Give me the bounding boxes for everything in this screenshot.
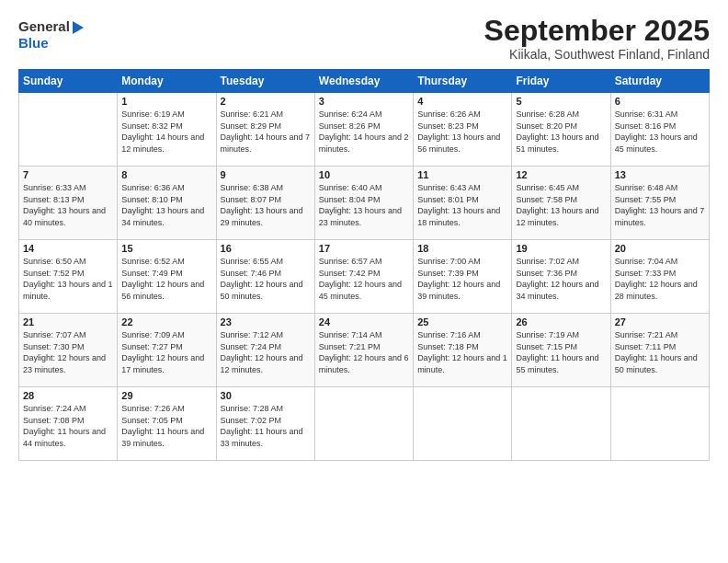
calendar-cell: 13Sunrise: 6:48 AM Sunset: 7:55 PM Dayli… [610,167,709,240]
day-content: Sunrise: 7:16 AM Sunset: 7:18 PM Dayligh… [417,329,507,375]
col-friday: Friday [512,70,610,93]
day-number: 6 [615,96,705,107]
day-content: Sunrise: 6:55 AM Sunset: 7:46 PM Dayligh… [221,256,311,302]
day-content: Sunrise: 7:07 AM Sunset: 7:30 PM Dayligh… [23,329,113,375]
logo-display: General Blue [18,18,84,51]
calendar-cell: 4Sunrise: 6:26 AM Sunset: 8:23 PM Daylig… [414,93,512,167]
calendar-cell: 17Sunrise: 6:57 AM Sunset: 7:42 PM Dayli… [314,240,413,314]
day-content: Sunrise: 6:52 AM Sunset: 7:49 PM Dayligh… [121,256,211,302]
day-number: 25 [417,316,507,327]
day-content: Sunrise: 6:36 AM Sunset: 8:10 PM Dayligh… [121,182,211,228]
day-content: Sunrise: 6:21 AM Sunset: 8:29 PM Dayligh… [221,109,311,155]
day-number: 28 [23,390,113,401]
day-number: 2 [221,96,311,107]
calendar-cell: 14Sunrise: 6:50 AM Sunset: 7:52 PM Dayli… [19,240,118,314]
col-sunday: Sunday [19,70,118,93]
day-number: 21 [23,316,113,327]
day-number: 15 [121,243,211,254]
header-row: Sunday Monday Tuesday Wednesday Thursday… [19,70,710,93]
calendar-cell: 21Sunrise: 7:07 AM Sunset: 7:30 PM Dayli… [19,314,118,387]
calendar-cell: 24Sunrise: 7:14 AM Sunset: 7:21 PM Dayli… [314,314,413,387]
logo-arrow-icon [73,21,84,34]
day-content: Sunrise: 7:02 AM Sunset: 7:36 PM Dayligh… [516,256,606,302]
day-content: Sunrise: 6:45 AM Sunset: 7:58 PM Dayligh… [516,182,606,228]
calendar-header: Sunday Monday Tuesday Wednesday Thursday… [19,70,710,93]
day-number: 23 [221,316,311,327]
calendar-cell: 16Sunrise: 6:55 AM Sunset: 7:46 PM Dayli… [216,240,314,314]
day-number: 11 [417,169,507,180]
calendar-cell [414,387,512,461]
day-content: Sunrise: 6:24 AM Sunset: 8:26 PM Dayligh… [319,109,409,155]
day-content: Sunrise: 6:19 AM Sunset: 8:32 PM Dayligh… [121,109,211,155]
day-number: 7 [23,169,113,180]
day-content: Sunrise: 6:33 AM Sunset: 8:13 PM Dayligh… [23,182,113,228]
day-number: 1 [121,96,211,107]
month-title: September 2025 [484,15,710,47]
day-content: Sunrise: 6:40 AM Sunset: 8:04 PM Dayligh… [319,182,409,228]
calendar-cell [512,387,610,461]
calendar-week-4: 21Sunrise: 7:07 AM Sunset: 7:30 PM Dayli… [19,314,710,387]
calendar-cell: 29Sunrise: 7:26 AM Sunset: 7:05 PM Dayli… [118,387,216,461]
col-saturday: Saturday [610,70,709,93]
day-number: 20 [615,243,705,254]
logo: General Blue [18,18,84,51]
calendar-cell: 19Sunrise: 7:02 AM Sunset: 7:36 PM Dayli… [512,240,610,314]
day-number: 13 [615,169,705,180]
calendar-week-5: 28Sunrise: 7:24 AM Sunset: 7:08 PM Dayli… [19,387,710,461]
day-number: 17 [319,243,409,254]
location: Kiikala, Southwest Finland, Finland [484,47,710,62]
calendar-cell: 6Sunrise: 6:31 AM Sunset: 8:16 PM Daylig… [610,93,709,167]
day-content: Sunrise: 6:28 AM Sunset: 8:20 PM Dayligh… [516,109,606,155]
calendar-week-2: 7Sunrise: 6:33 AM Sunset: 8:13 PM Daylig… [19,167,710,240]
calendar-cell: 27Sunrise: 7:21 AM Sunset: 7:11 PM Dayli… [610,314,709,387]
calendar-cell: 5Sunrise: 6:28 AM Sunset: 8:20 PM Daylig… [512,93,610,167]
day-number: 9 [221,169,311,180]
calendar-cell [19,93,118,167]
day-content: Sunrise: 6:57 AM Sunset: 7:42 PM Dayligh… [319,256,409,302]
calendar-week-3: 14Sunrise: 6:50 AM Sunset: 7:52 PM Dayli… [19,240,710,314]
day-content: Sunrise: 7:14 AM Sunset: 7:21 PM Dayligh… [319,329,409,375]
col-thursday: Thursday [414,70,512,93]
day-content: Sunrise: 6:43 AM Sunset: 8:01 PM Dayligh… [417,182,507,228]
logo-general: General [18,18,70,34]
calendar-cell: 23Sunrise: 7:12 AM Sunset: 7:24 PM Dayli… [216,314,314,387]
day-number: 24 [319,316,409,327]
day-number: 26 [516,316,606,327]
calendar-body: 1Sunrise: 6:19 AM Sunset: 8:32 PM Daylig… [19,93,710,461]
day-number: 5 [516,96,606,107]
col-monday: Monday [118,70,216,93]
day-number: 27 [615,316,705,327]
day-number: 8 [121,169,211,180]
col-tuesday: Tuesday [216,70,314,93]
day-number: 16 [221,243,311,254]
calendar-cell: 30Sunrise: 7:28 AM Sunset: 7:02 PM Dayli… [216,387,314,461]
title-block: September 2025 Kiikala, Southwest Finlan… [484,15,710,62]
day-content: Sunrise: 6:50 AM Sunset: 7:52 PM Dayligh… [23,256,113,302]
day-number: 29 [121,390,211,401]
logo-blue: Blue [18,35,49,51]
calendar-cell: 10Sunrise: 6:40 AM Sunset: 8:04 PM Dayli… [314,167,413,240]
day-content: Sunrise: 6:31 AM Sunset: 8:16 PM Dayligh… [615,109,705,155]
header: General Blue September 2025 Kiikala, Sou… [18,15,710,62]
calendar-cell: 2Sunrise: 6:21 AM Sunset: 8:29 PM Daylig… [216,93,314,167]
day-content: Sunrise: 7:00 AM Sunset: 7:39 PM Dayligh… [417,256,507,302]
calendar-cell: 7Sunrise: 6:33 AM Sunset: 8:13 PM Daylig… [19,167,118,240]
day-content: Sunrise: 7:09 AM Sunset: 7:27 PM Dayligh… [121,329,211,375]
day-content: Sunrise: 7:28 AM Sunset: 7:02 PM Dayligh… [221,403,311,449]
day-content: Sunrise: 6:38 AM Sunset: 8:07 PM Dayligh… [221,182,311,228]
calendar-week-1: 1Sunrise: 6:19 AM Sunset: 8:32 PM Daylig… [19,93,710,167]
day-number: 3 [319,96,409,107]
calendar-cell: 12Sunrise: 6:45 AM Sunset: 7:58 PM Dayli… [512,167,610,240]
calendar-cell: 15Sunrise: 6:52 AM Sunset: 7:49 PM Dayli… [118,240,216,314]
calendar-cell: 18Sunrise: 7:00 AM Sunset: 7:39 PM Dayli… [414,240,512,314]
calendar-cell: 26Sunrise: 7:19 AM Sunset: 7:15 PM Dayli… [512,314,610,387]
calendar-cell: 20Sunrise: 7:04 AM Sunset: 7:33 PM Dayli… [610,240,709,314]
day-number: 10 [319,169,409,180]
calendar-cell: 9Sunrise: 6:38 AM Sunset: 8:07 PM Daylig… [216,167,314,240]
day-number: 22 [121,316,211,327]
day-content: Sunrise: 6:48 AM Sunset: 7:55 PM Dayligh… [615,182,705,228]
day-content: Sunrise: 7:19 AM Sunset: 7:15 PM Dayligh… [516,329,606,375]
calendar-cell: 3Sunrise: 6:24 AM Sunset: 8:26 PM Daylig… [314,93,413,167]
day-number: 30 [221,390,311,401]
calendar-cell: 11Sunrise: 6:43 AM Sunset: 8:01 PM Dayli… [414,167,512,240]
